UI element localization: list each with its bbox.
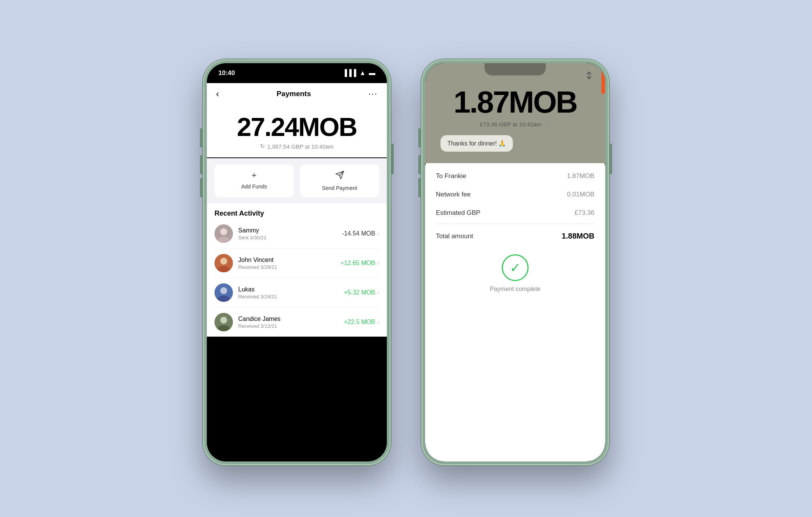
to-value: 1.87MOB bbox=[567, 172, 594, 180]
activity-name-candice: Candice James bbox=[238, 316, 339, 322]
activity-name-lukas: Lukas bbox=[238, 286, 339, 293]
balance-number: 27.24 bbox=[237, 112, 298, 141]
phone-2-screen: 1.87MOB £73.36 GBP at 10:42am i Thanks f… bbox=[425, 63, 605, 461]
signal-icon: ▐▐▐ bbox=[342, 69, 356, 77]
chevron-icon-candice: › bbox=[377, 319, 379, 325]
message-bubble: Thanks for dinner! 🙏 bbox=[440, 135, 513, 152]
check-mark-icon: ✓ bbox=[510, 261, 521, 274]
svg-point-3 bbox=[220, 228, 227, 235]
message-text: Thanks for dinner! 🙏 bbox=[447, 140, 506, 147]
phone-1-screen: 10:40 ▐▐▐ ▲ ▬ ‹ Payments ··· bbox=[207, 63, 387, 461]
recent-activity-section: Recent Activity Sammy Sent 3/30/21 -14.5… bbox=[207, 203, 387, 337]
action-buttons: + Add Funds Send Payment bbox=[207, 158, 387, 203]
info-icon[interactable]: i bbox=[544, 121, 550, 128]
fee-value: 0.01MOB bbox=[567, 191, 594, 198]
payment-row-gbp: Estimated GBP £73.36 bbox=[436, 204, 594, 222]
add-icon: + bbox=[252, 170, 257, 180]
balance-gbp-value: 1,067.54 GBP at 10:40am bbox=[267, 143, 334, 150]
phone2-balance-currency: MOB bbox=[509, 85, 577, 119]
activity-info-sammy: Sammy Sent 3/30/21 bbox=[238, 227, 337, 241]
status-icons-1: ▐▐▐ ▲ ▬ bbox=[342, 69, 375, 77]
activity-info-candice: Candice James Received 3/12/21 bbox=[238, 316, 339, 329]
phone-2-power-button bbox=[610, 144, 612, 174]
phone-1-power-button bbox=[391, 144, 394, 174]
svg-point-12 bbox=[220, 317, 227, 324]
payment-total-row: Total amount 1.88MOB bbox=[436, 226, 594, 247]
payment-complete-section: ✓ Payment complete bbox=[436, 247, 594, 296]
nav-bar-1: ‹ Payments ··· bbox=[207, 83, 387, 105]
payment-row-to: To Frankie 1.87MOB bbox=[436, 167, 594, 185]
add-funds-label: Add Funds bbox=[241, 183, 267, 190]
phone2-balance-amount: 1.87MOB bbox=[453, 87, 576, 118]
chevron-icon-sammy: › bbox=[377, 231, 379, 237]
chevron-icon-lukas: › bbox=[377, 290, 379, 296]
refresh-icon: ↻ bbox=[260, 143, 265, 150]
fee-label: Network fee bbox=[436, 191, 471, 198]
activity-date-john: Received 3/29/21 bbox=[238, 264, 335, 270]
activity-info-john: John Vincent Received 3/29/21 bbox=[238, 257, 335, 270]
total-label: Total amount bbox=[436, 232, 473, 240]
phone-1-inner: 10:40 ▐▐▐ ▲ ▬ ‹ Payments ··· bbox=[207, 63, 387, 461]
phone-2-top-section: 1.87MOB £73.36 GBP at 10:42am i Thanks f… bbox=[425, 63, 605, 163]
activity-amount-lukas: +5.32 MOB › bbox=[344, 289, 379, 296]
notch-1 bbox=[266, 63, 327, 75]
avatar-candice bbox=[214, 313, 233, 331]
orange-accent bbox=[601, 63, 605, 94]
activity-item-sammy[interactable]: Sammy Sent 3/30/21 -14.54 MOB › bbox=[214, 219, 379, 249]
avatar-sammy bbox=[214, 224, 233, 243]
send-payment-button[interactable]: Send Payment bbox=[300, 164, 379, 197]
payment-row-fee: Network fee 0.01MOB bbox=[436, 185, 594, 204]
activity-amount-sammy: -14.54 MOB › bbox=[342, 230, 379, 237]
activity-date-candice: Received 3/12/21 bbox=[238, 323, 339, 329]
section-title-recent: Recent Activity bbox=[214, 209, 379, 218]
activity-item-lukas[interactable]: Lukas Received 3/24/21 +5.32 MOB › bbox=[214, 278, 379, 308]
activity-info-lukas: Lukas Received 3/24/21 bbox=[238, 286, 339, 299]
wifi-icon: ▲ bbox=[359, 69, 366, 77]
balance-gbp: ↻ 1,067.54 GBP at 10:40am bbox=[216, 143, 378, 150]
scene: 10:40 ▐▐▐ ▲ ▬ ‹ Payments ··· bbox=[0, 0, 812, 517]
activity-date-sammy: Sent 3/30/21 bbox=[238, 235, 337, 241]
gbp-label: Estimated GBP bbox=[436, 209, 480, 217]
activity-amount-john: +12.65 MOB › bbox=[341, 260, 379, 267]
phone2-gbp-rate: £73.36 GBP at 10:42am i bbox=[480, 121, 551, 128]
gbp-est-value: £73.36 bbox=[575, 209, 594, 217]
avatar-lukas bbox=[214, 283, 233, 302]
payment-complete-label: Payment complete bbox=[490, 286, 541, 293]
payment-divider bbox=[436, 224, 594, 224]
activity-item-john[interactable]: John Vincent Received 3/29/21 +12.65 MOB… bbox=[214, 249, 379, 278]
activity-date-lukas: Received 3/24/21 bbox=[238, 294, 339, 299]
add-funds-button[interactable]: + Add Funds bbox=[214, 164, 294, 197]
phone2-gbp-value: £73.36 GBP at 10:42am bbox=[480, 121, 542, 128]
svg-point-9 bbox=[220, 287, 227, 294]
to-label: To Frankie bbox=[436, 172, 466, 180]
send-icon bbox=[335, 170, 344, 182]
phone-2-inner: 1.87MOB £73.36 GBP at 10:42am i Thanks f… bbox=[425, 63, 605, 461]
back-button[interactable]: ‹ bbox=[216, 88, 219, 99]
balance-currency: MOB bbox=[298, 112, 357, 141]
avatar-john bbox=[214, 254, 233, 272]
notch-2 bbox=[485, 63, 546, 75]
activity-name-john: John Vincent bbox=[238, 257, 335, 263]
send-payment-label: Send Payment bbox=[322, 185, 357, 191]
more-options-button[interactable]: ··· bbox=[368, 89, 378, 99]
phone-2-bottom-section: To Frankie 1.87MOB Network fee 0.01MOB E… bbox=[425, 155, 605, 461]
activity-item-candice[interactable]: Candice James Received 3/12/21 +22.5 MOB… bbox=[214, 308, 379, 337]
status-time-1: 10:40 bbox=[218, 69, 235, 77]
svg-point-6 bbox=[220, 258, 227, 265]
total-value: 1.88MOB bbox=[562, 232, 594, 241]
phone-2: 1.87MOB £73.36 GBP at 10:42am i Thanks f… bbox=[421, 59, 609, 465]
battery-icon: ▬ bbox=[369, 69, 375, 77]
phone2-balance-number: 1.87 bbox=[453, 85, 509, 119]
activity-amount-candice: +22.5 MOB › bbox=[344, 319, 379, 326]
balance-section: 27.24MOB ↻ 1,067.54 GBP at 10:40am bbox=[207, 105, 387, 157]
sort-icon[interactable] bbox=[584, 71, 594, 82]
check-circle: ✓ bbox=[502, 254, 529, 281]
balance-amount: 27.24MOB bbox=[216, 114, 378, 140]
chevron-icon-john: › bbox=[377, 260, 379, 266]
activity-name-sammy: Sammy bbox=[238, 227, 337, 234]
phone-1: 10:40 ▐▐▐ ▲ ▬ ‹ Payments ··· bbox=[203, 59, 391, 465]
status-bar-1: 10:40 ▐▐▐ ▲ ▬ bbox=[207, 63, 387, 83]
page-title-1: Payments bbox=[277, 90, 311, 98]
